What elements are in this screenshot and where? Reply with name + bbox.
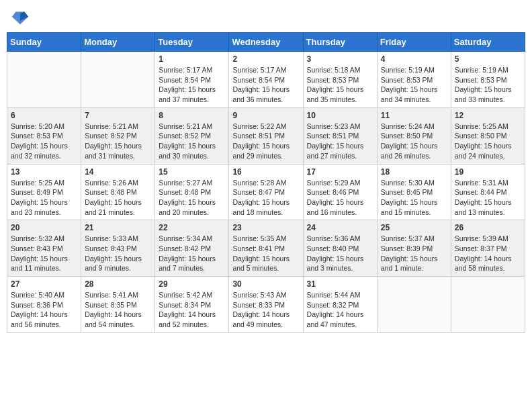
day-info: Sunrise: 5:39 AM Sunset: 8:37 PM Dayligh…: [455, 234, 521, 273]
day-info: Sunrise: 5:24 AM Sunset: 8:50 PM Dayligh…: [381, 122, 447, 161]
day-info: Sunrise: 5:35 AM Sunset: 8:41 PM Dayligh…: [232, 234, 299, 273]
calendar-cell: 21Sunrise: 5:33 AM Sunset: 8:43 PM Dayli…: [81, 220, 155, 277]
calendar-cell: 23Sunrise: 5:35 AM Sunset: 8:41 PM Dayli…: [229, 220, 303, 277]
calendar-cell: 26Sunrise: 5:39 AM Sunset: 8:37 PM Dayli…: [451, 220, 525, 277]
logo: [9, 9, 30, 27]
calendar-cell: 5Sunrise: 5:19 AM Sunset: 8:53 PM Daylig…: [451, 52, 525, 108]
calendar-cell: 29Sunrise: 5:42 AM Sunset: 8:34 PM Dayli…: [155, 277, 229, 333]
week-row-4: 20Sunrise: 5:32 AM Sunset: 8:43 PM Dayli…: [7, 220, 525, 277]
calendar-cell: 15Sunrise: 5:27 AM Sunset: 8:48 PM Dayli…: [155, 164, 229, 220]
week-row-5: 27Sunrise: 5:40 AM Sunset: 8:36 PM Dayli…: [7, 277, 525, 333]
day-header-sunday: Sunday: [7, 33, 81, 52]
day-info: Sunrise: 5:40 AM Sunset: 8:36 PM Dayligh…: [11, 290, 77, 330]
day-number: 31: [307, 279, 373, 289]
day-info: Sunrise: 5:21 AM Sunset: 8:52 PM Dayligh…: [159, 122, 225, 161]
day-number: 12: [455, 111, 521, 120]
day-number: 18: [381, 167, 447, 177]
day-number: 28: [85, 279, 151, 289]
page-header: [7, 7, 525, 27]
day-info: Sunrise: 5:21 AM Sunset: 8:52 PM Dayligh…: [85, 122, 151, 161]
day-number: 13: [11, 167, 77, 177]
day-info: Sunrise: 5:26 AM Sunset: 8:48 PM Dayligh…: [85, 178, 151, 218]
calendar: SundayMondayTuesdayWednesdayThursdayFrid…: [7, 32, 525, 333]
calendar-cell: 14Sunrise: 5:26 AM Sunset: 8:48 PM Dayli…: [81, 164, 155, 220]
day-number: 26: [455, 223, 521, 232]
day-header-wednesday: Wednesday: [229, 33, 303, 52]
calendar-cell: 6Sunrise: 5:20 AM Sunset: 8:53 PM Daylig…: [7, 107, 81, 164]
day-info: Sunrise: 5:32 AM Sunset: 8:43 PM Dayligh…: [11, 234, 77, 273]
logo-icon: [11, 8, 30, 27]
days-header-row: SundayMondayTuesdayWednesdayThursdayFrid…: [7, 33, 525, 52]
calendar-cell: 18Sunrise: 5:30 AM Sunset: 8:45 PM Dayli…: [377, 164, 451, 220]
calendar-cell: 8Sunrise: 5:21 AM Sunset: 8:52 PM Daylig…: [155, 107, 229, 164]
day-info: Sunrise: 5:20 AM Sunset: 8:53 PM Dayligh…: [11, 122, 77, 161]
day-number: 16: [232, 167, 299, 177]
week-row-3: 13Sunrise: 5:25 AM Sunset: 8:49 PM Dayli…: [7, 164, 525, 220]
day-info: Sunrise: 5:41 AM Sunset: 8:35 PM Dayligh…: [85, 290, 151, 330]
day-number: 23: [232, 223, 299, 232]
day-number: 24: [307, 223, 373, 232]
day-header-thursday: Thursday: [303, 33, 377, 52]
calendar-cell: 27Sunrise: 5:40 AM Sunset: 8:36 PM Dayli…: [7, 277, 81, 333]
calendar-cell: 13Sunrise: 5:25 AM Sunset: 8:49 PM Dayli…: [7, 164, 81, 220]
calendar-cell: 9Sunrise: 5:22 AM Sunset: 8:51 PM Daylig…: [229, 107, 303, 164]
day-info: Sunrise: 5:17 AM Sunset: 8:54 PM Dayligh…: [232, 65, 299, 105]
day-number: 25: [381, 223, 447, 232]
day-header-monday: Monday: [81, 33, 155, 52]
calendar-cell: 1Sunrise: 5:17 AM Sunset: 8:54 PM Daylig…: [155, 52, 229, 108]
calendar-cell: 25Sunrise: 5:37 AM Sunset: 8:39 PM Dayli…: [377, 220, 451, 277]
day-info: Sunrise: 5:27 AM Sunset: 8:48 PM Dayligh…: [159, 178, 225, 218]
day-info: Sunrise: 5:37 AM Sunset: 8:39 PM Dayligh…: [381, 234, 447, 273]
day-header-friday: Friday: [377, 33, 451, 52]
calendar-cell: 7Sunrise: 5:21 AM Sunset: 8:52 PM Daylig…: [81, 107, 155, 164]
calendar-cell: [81, 52, 155, 108]
day-number: 21: [85, 223, 151, 232]
day-number: 11: [381, 111, 447, 120]
day-info: Sunrise: 5:28 AM Sunset: 8:47 PM Dayligh…: [232, 178, 299, 218]
calendar-cell: 31Sunrise: 5:44 AM Sunset: 8:32 PM Dayli…: [303, 277, 377, 333]
day-info: Sunrise: 5:25 AM Sunset: 8:49 PM Dayligh…: [11, 178, 77, 218]
calendar-cell: 19Sunrise: 5:31 AM Sunset: 8:44 PM Dayli…: [451, 164, 525, 220]
day-number: 2: [232, 54, 299, 64]
calendar-cell: 30Sunrise: 5:43 AM Sunset: 8:33 PM Dayli…: [229, 277, 303, 333]
calendar-cell: 10Sunrise: 5:23 AM Sunset: 8:51 PM Dayli…: [303, 107, 377, 164]
day-info: Sunrise: 5:42 AM Sunset: 8:34 PM Dayligh…: [159, 290, 225, 330]
calendar-cell: 20Sunrise: 5:32 AM Sunset: 8:43 PM Dayli…: [7, 220, 81, 277]
day-info: Sunrise: 5:30 AM Sunset: 8:45 PM Dayligh…: [381, 178, 447, 218]
day-number: 7: [85, 111, 151, 120]
calendar-cell: 17Sunrise: 5:29 AM Sunset: 8:46 PM Dayli…: [303, 164, 377, 220]
day-header-saturday: Saturday: [451, 33, 525, 52]
day-number: 17: [307, 167, 373, 177]
day-number: 30: [232, 279, 299, 289]
week-row-2: 6Sunrise: 5:20 AM Sunset: 8:53 PM Daylig…: [7, 107, 525, 164]
week-row-1: 1Sunrise: 5:17 AM Sunset: 8:54 PM Daylig…: [7, 52, 525, 108]
day-number: 6: [11, 111, 77, 120]
day-number: 9: [232, 111, 299, 120]
day-info: Sunrise: 5:43 AM Sunset: 8:33 PM Dayligh…: [232, 290, 299, 330]
day-info: Sunrise: 5:19 AM Sunset: 8:53 PM Dayligh…: [381, 65, 447, 105]
day-number: 3: [307, 54, 373, 64]
day-number: 4: [381, 54, 447, 64]
day-number: 15: [159, 167, 225, 177]
day-number: 8: [159, 111, 225, 120]
day-info: Sunrise: 5:33 AM Sunset: 8:43 PM Dayligh…: [85, 234, 151, 273]
day-info: Sunrise: 5:17 AM Sunset: 8:54 PM Dayligh…: [159, 65, 225, 105]
day-number: 14: [85, 167, 151, 177]
day-info: Sunrise: 5:25 AM Sunset: 8:50 PM Dayligh…: [455, 122, 521, 161]
calendar-cell: 28Sunrise: 5:41 AM Sunset: 8:35 PM Dayli…: [81, 277, 155, 333]
calendar-cell: 24Sunrise: 5:36 AM Sunset: 8:40 PM Dayli…: [303, 220, 377, 277]
day-info: Sunrise: 5:29 AM Sunset: 8:46 PM Dayligh…: [307, 178, 373, 218]
calendar-cell: 3Sunrise: 5:18 AM Sunset: 8:53 PM Daylig…: [303, 52, 377, 108]
calendar-cell: 16Sunrise: 5:28 AM Sunset: 8:47 PM Dayli…: [229, 164, 303, 220]
calendar-cell: [451, 277, 525, 333]
day-header-tuesday: Tuesday: [155, 33, 229, 52]
day-number: 20: [11, 223, 77, 232]
calendar-cell: 12Sunrise: 5:25 AM Sunset: 8:50 PM Dayli…: [451, 107, 525, 164]
calendar-cell: 2Sunrise: 5:17 AM Sunset: 8:54 PM Daylig…: [229, 52, 303, 108]
day-number: 27: [11, 279, 77, 289]
day-number: 5: [455, 54, 521, 64]
day-number: 1: [159, 54, 225, 64]
day-number: 22: [159, 223, 225, 232]
calendar-cell: 22Sunrise: 5:34 AM Sunset: 8:42 PM Dayli…: [155, 220, 229, 277]
day-number: 19: [455, 167, 521, 177]
